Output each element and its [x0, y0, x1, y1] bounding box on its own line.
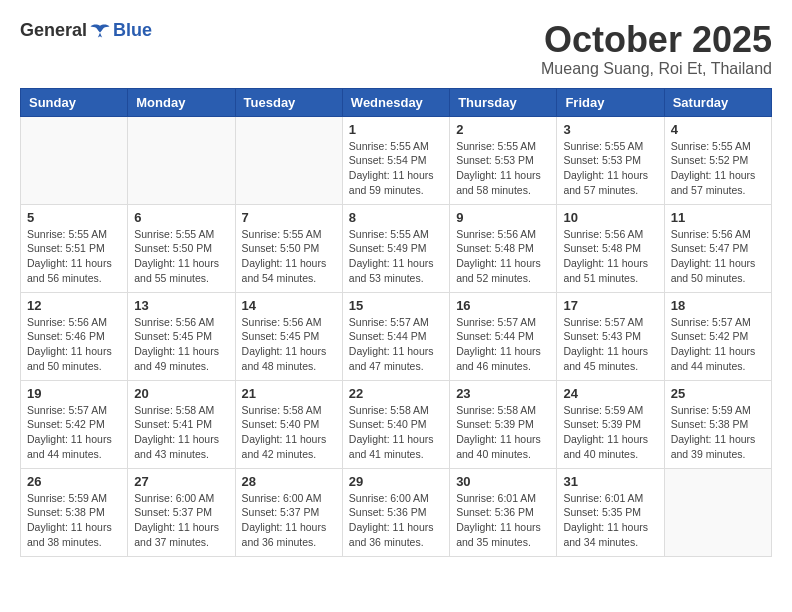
calendar-cell: 29Sunrise: 6:00 AMSunset: 5:36 PMDayligh…	[342, 468, 449, 556]
calendar-cell	[21, 116, 128, 204]
weekday-header-tuesday: Tuesday	[235, 88, 342, 116]
day-number: 27	[134, 474, 228, 489]
day-number: 29	[349, 474, 443, 489]
day-info: Sunrise: 5:59 AMSunset: 5:38 PMDaylight:…	[27, 491, 121, 550]
day-info: Sunrise: 6:00 AMSunset: 5:37 PMDaylight:…	[134, 491, 228, 550]
day-info: Sunrise: 5:55 AMSunset: 5:54 PMDaylight:…	[349, 139, 443, 198]
calendar-cell: 20Sunrise: 5:58 AMSunset: 5:41 PMDayligh…	[128, 380, 235, 468]
day-info: Sunrise: 5:58 AMSunset: 5:40 PMDaylight:…	[349, 403, 443, 462]
calendar-cell: 3Sunrise: 5:55 AMSunset: 5:53 PMDaylight…	[557, 116, 664, 204]
calendar-cell: 9Sunrise: 5:56 AMSunset: 5:48 PMDaylight…	[450, 204, 557, 292]
calendar-cell: 17Sunrise: 5:57 AMSunset: 5:43 PMDayligh…	[557, 292, 664, 380]
day-info: Sunrise: 5:55 AMSunset: 5:50 PMDaylight:…	[242, 227, 336, 286]
day-info: Sunrise: 5:56 AMSunset: 5:45 PMDaylight:…	[134, 315, 228, 374]
calendar-cell: 11Sunrise: 5:56 AMSunset: 5:47 PMDayligh…	[664, 204, 771, 292]
day-info: Sunrise: 5:57 AMSunset: 5:43 PMDaylight:…	[563, 315, 657, 374]
day-info: Sunrise: 6:01 AMSunset: 5:36 PMDaylight:…	[456, 491, 550, 550]
calendar-cell: 24Sunrise: 5:59 AMSunset: 5:39 PMDayligh…	[557, 380, 664, 468]
day-number: 3	[563, 122, 657, 137]
day-number: 21	[242, 386, 336, 401]
calendar-cell	[664, 468, 771, 556]
day-info: Sunrise: 5:55 AMSunset: 5:52 PMDaylight:…	[671, 139, 765, 198]
day-info: Sunrise: 5:59 AMSunset: 5:38 PMDaylight:…	[671, 403, 765, 462]
day-info: Sunrise: 5:58 AMSunset: 5:39 PMDaylight:…	[456, 403, 550, 462]
day-number: 12	[27, 298, 121, 313]
day-number: 22	[349, 386, 443, 401]
day-number: 15	[349, 298, 443, 313]
calendar-cell: 23Sunrise: 5:58 AMSunset: 5:39 PMDayligh…	[450, 380, 557, 468]
calendar-cell: 16Sunrise: 5:57 AMSunset: 5:44 PMDayligh…	[450, 292, 557, 380]
week-row-5: 26Sunrise: 5:59 AMSunset: 5:38 PMDayligh…	[21, 468, 772, 556]
day-number: 20	[134, 386, 228, 401]
calendar-cell: 31Sunrise: 6:01 AMSunset: 5:35 PMDayligh…	[557, 468, 664, 556]
day-number: 26	[27, 474, 121, 489]
day-number: 7	[242, 210, 336, 225]
calendar-cell: 30Sunrise: 6:01 AMSunset: 5:36 PMDayligh…	[450, 468, 557, 556]
logo-blue-text: Blue	[113, 20, 152, 41]
day-number: 16	[456, 298, 550, 313]
calendar-cell: 12Sunrise: 5:56 AMSunset: 5:46 PMDayligh…	[21, 292, 128, 380]
day-number: 23	[456, 386, 550, 401]
calendar-cell: 15Sunrise: 5:57 AMSunset: 5:44 PMDayligh…	[342, 292, 449, 380]
title-area: October 2025 Mueang Suang, Roi Et, Thail…	[541, 20, 772, 78]
day-info: Sunrise: 6:00 AMSunset: 5:37 PMDaylight:…	[242, 491, 336, 550]
day-info: Sunrise: 5:55 AMSunset: 5:50 PMDaylight:…	[134, 227, 228, 286]
calendar-table: SundayMondayTuesdayWednesdayThursdayFrid…	[20, 88, 772, 557]
day-info: Sunrise: 5:56 AMSunset: 5:47 PMDaylight:…	[671, 227, 765, 286]
calendar-cell: 19Sunrise: 5:57 AMSunset: 5:42 PMDayligh…	[21, 380, 128, 468]
day-info: Sunrise: 5:55 AMSunset: 5:51 PMDaylight:…	[27, 227, 121, 286]
calendar-cell: 7Sunrise: 5:55 AMSunset: 5:50 PMDaylight…	[235, 204, 342, 292]
week-row-3: 12Sunrise: 5:56 AMSunset: 5:46 PMDayligh…	[21, 292, 772, 380]
day-number: 31	[563, 474, 657, 489]
day-number: 30	[456, 474, 550, 489]
weekday-header-saturday: Saturday	[664, 88, 771, 116]
weekday-header-thursday: Thursday	[450, 88, 557, 116]
day-number: 6	[134, 210, 228, 225]
day-number: 5	[27, 210, 121, 225]
location-subtitle: Mueang Suang, Roi Et, Thailand	[541, 60, 772, 78]
month-title: October 2025	[541, 20, 772, 60]
day-info: Sunrise: 5:56 AMSunset: 5:48 PMDaylight:…	[456, 227, 550, 286]
calendar-cell: 28Sunrise: 6:00 AMSunset: 5:37 PMDayligh…	[235, 468, 342, 556]
day-number: 4	[671, 122, 765, 137]
day-info: Sunrise: 5:55 AMSunset: 5:53 PMDaylight:…	[456, 139, 550, 198]
calendar-cell: 21Sunrise: 5:58 AMSunset: 5:40 PMDayligh…	[235, 380, 342, 468]
day-number: 1	[349, 122, 443, 137]
calendar-cell: 2Sunrise: 5:55 AMSunset: 5:53 PMDaylight…	[450, 116, 557, 204]
calendar-cell: 6Sunrise: 5:55 AMSunset: 5:50 PMDaylight…	[128, 204, 235, 292]
weekday-header-friday: Friday	[557, 88, 664, 116]
day-number: 25	[671, 386, 765, 401]
calendar-cell: 18Sunrise: 5:57 AMSunset: 5:42 PMDayligh…	[664, 292, 771, 380]
calendar-cell: 5Sunrise: 5:55 AMSunset: 5:51 PMDaylight…	[21, 204, 128, 292]
day-number: 13	[134, 298, 228, 313]
calendar-cell: 13Sunrise: 5:56 AMSunset: 5:45 PMDayligh…	[128, 292, 235, 380]
day-number: 18	[671, 298, 765, 313]
calendar-cell: 4Sunrise: 5:55 AMSunset: 5:52 PMDaylight…	[664, 116, 771, 204]
day-number: 11	[671, 210, 765, 225]
week-row-1: 1Sunrise: 5:55 AMSunset: 5:54 PMDaylight…	[21, 116, 772, 204]
day-number: 10	[563, 210, 657, 225]
day-info: Sunrise: 6:00 AMSunset: 5:36 PMDaylight:…	[349, 491, 443, 550]
day-info: Sunrise: 5:55 AMSunset: 5:49 PMDaylight:…	[349, 227, 443, 286]
day-info: Sunrise: 5:58 AMSunset: 5:41 PMDaylight:…	[134, 403, 228, 462]
calendar-cell: 25Sunrise: 5:59 AMSunset: 5:38 PMDayligh…	[664, 380, 771, 468]
calendar-cell: 10Sunrise: 5:56 AMSunset: 5:48 PMDayligh…	[557, 204, 664, 292]
day-info: Sunrise: 5:56 AMSunset: 5:45 PMDaylight:…	[242, 315, 336, 374]
week-row-4: 19Sunrise: 5:57 AMSunset: 5:42 PMDayligh…	[21, 380, 772, 468]
day-info: Sunrise: 5:59 AMSunset: 5:39 PMDaylight:…	[563, 403, 657, 462]
day-info: Sunrise: 5:58 AMSunset: 5:40 PMDaylight:…	[242, 403, 336, 462]
day-number: 28	[242, 474, 336, 489]
weekday-header-row: SundayMondayTuesdayWednesdayThursdayFrid…	[21, 88, 772, 116]
logo-general-text: General	[20, 20, 87, 41]
week-row-2: 5Sunrise: 5:55 AMSunset: 5:51 PMDaylight…	[21, 204, 772, 292]
day-number: 14	[242, 298, 336, 313]
day-info: Sunrise: 5:56 AMSunset: 5:46 PMDaylight:…	[27, 315, 121, 374]
calendar-cell: 26Sunrise: 5:59 AMSunset: 5:38 PMDayligh…	[21, 468, 128, 556]
day-info: Sunrise: 6:01 AMSunset: 5:35 PMDaylight:…	[563, 491, 657, 550]
weekday-header-wednesday: Wednesday	[342, 88, 449, 116]
calendar-cell: 22Sunrise: 5:58 AMSunset: 5:40 PMDayligh…	[342, 380, 449, 468]
calendar-cell	[128, 116, 235, 204]
page-header: General Blue October 2025 Mueang Suang, …	[20, 20, 772, 78]
logo: General Blue	[20, 20, 152, 41]
calendar-cell: 1Sunrise: 5:55 AMSunset: 5:54 PMDaylight…	[342, 116, 449, 204]
